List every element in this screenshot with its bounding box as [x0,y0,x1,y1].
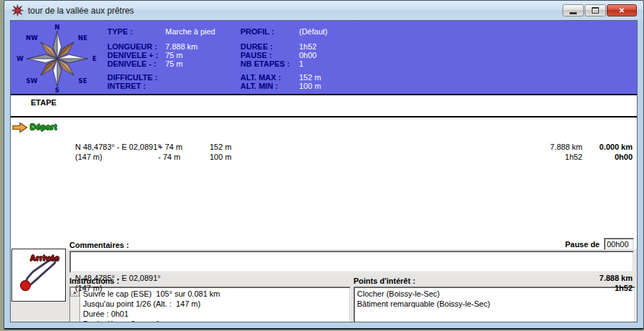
close-button[interactable]: ✕ [607,4,637,16]
maximize-icon [592,7,599,14]
summary-value: 0h00 [299,51,316,59]
current-stage-arrow-icon [12,122,28,133]
pause-input[interactable] [604,238,634,250]
close-icon: ✕ [619,6,625,14]
depart-position: N 48,4783° - E 02,0891°(147 m) [75,122,161,182]
arrivee-label: Arrivée [30,253,59,263]
depart-alt: 152 m100 m [210,122,232,182]
arrivee-position: N 48,4785° - E 02,0891°(147 m) [75,253,161,313]
summary-value: 152 m [299,73,321,82]
summary-value: (Défaut) [299,27,328,36]
title-bar[interactable]: tour de la vallée aux prêtres ✕ [4,1,643,20]
minimize-icon [570,12,577,14]
summary-label: ALT. MIN : [240,82,278,90]
points-interet-label: Points d'intérêt : [353,277,415,285]
depart-label: Départ [30,122,57,132]
depart-denivele: + 74 m- 74 m [158,122,182,182]
summary-value: 100 m [299,82,321,90]
summary-value: 1h52 [299,42,316,51]
summary-label: DENIVELE + : [107,51,158,59]
summary-label: DENIVELE - : [107,59,156,68]
stage-detail-area: Départ N 48,4783° - E 02,0891°(147 m) + … [11,117,637,249]
points-interet-listbox[interactable]: Clocher (Boissy-le-Sec) Bâtiment remarqu… [353,287,635,322]
summary-label: INTERET : [107,82,146,90]
summary-value: Marche à pied [165,27,215,36]
summary-label: LONGUEUR : [107,42,157,51]
commentaires-label: Commentaires : [69,241,129,249]
stage-table-header: ETAPE POSITIONALTITUDE Vers étapesuivant… [11,94,637,117]
summary-label: NB ETAPES : [240,59,290,68]
arrivee-kmtot-dureetot: 7.888 km1h52 [600,253,633,313]
header-etape: ETAPE [31,97,57,107]
summary-label: PROFIL : [240,27,274,36]
summary-value: 1 [299,59,303,68]
summary-label: TYPE : [107,27,132,36]
app-icon [11,4,24,16]
depart-kmtot-dureetot: 0.000 km0h00 [600,122,633,182]
instruction-line: Denivelés: + 0 m - 1 m [83,319,347,322]
route-summary-panel: N NE E SE S SW W NW TYPE : Marche à pied… [11,21,637,94]
summary-label: PAUSE : [240,51,272,59]
summary-label: DIFFICULTE : [107,73,157,82]
summary-value: 75 m [165,51,182,59]
point-line: Clocher (Boissy-le-Sec) [357,289,632,299]
maximize-button[interactable] [585,4,606,16]
summary-label: DUREE : [240,42,273,51]
pause-label: Pause de [565,240,600,249]
client-area: N NE E SE S SW W NW TYPE : Marche à pied… [10,20,638,322]
depart-longueur-duree: 7.888 km1h52 [550,122,582,182]
summary-value: 7.888 km [165,42,197,51]
point-line: Bâtiment remarquable (Boissy-le-Sec) [357,299,632,309]
window-title: tour de la vallée aux prêtres [28,6,134,16]
app-window: tour de la vallée aux prêtres ✕ [4,0,644,330]
minimize-button[interactable] [562,4,584,16]
summary-value: 75 m [165,59,182,68]
route-start-dot [21,281,31,291]
summary-label: ALT. MAX : [240,73,281,82]
